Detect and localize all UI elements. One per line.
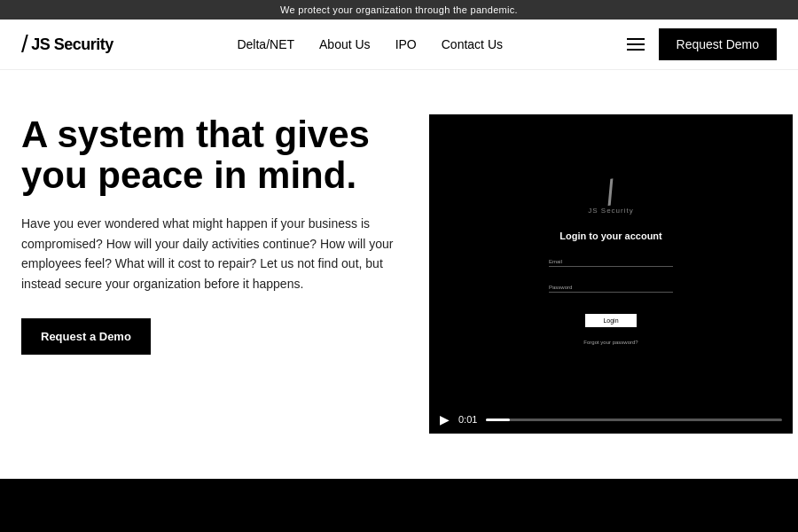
- video-login-title: Login to your account: [559, 231, 662, 241]
- video-password-input-line: [549, 292, 673, 293]
- play-button-icon[interactable]: ▶: [440, 412, 450, 426]
- video-password-field: Password: [549, 285, 673, 301]
- video-forgot-password: Forgot your password?: [583, 340, 638, 345]
- hero-headline: A system that gives you peace in mind.: [21, 114, 403, 196]
- video-logo-slash-icon: /: [603, 174, 619, 210]
- video-email-label: Email: [549, 259, 673, 264]
- nav-link-about-us[interactable]: About Us: [319, 37, 371, 51]
- video-progress-bar[interactable]: [486, 419, 782, 421]
- request-demo-cta-button[interactable]: Request a Demo: [21, 318, 151, 355]
- hamburger-menu-icon[interactable]: [627, 38, 645, 51]
- hamburger-line-1: [627, 38, 645, 40]
- main-content: A system that gives you peace in mind. H…: [0, 70, 798, 434]
- nav-right: Request Demo: [627, 28, 777, 60]
- request-demo-button[interactable]: Request Demo: [659, 28, 777, 60]
- announcement-banner: We protect your organization through the…: [0, 0, 798, 20]
- video-content: / JS Security Login to your account Emai…: [429, 114, 793, 405]
- video-email-input-line: [549, 266, 673, 267]
- video-progress-fill: [486, 419, 510, 421]
- nav-link-ipo[interactable]: IPO: [395, 37, 417, 51]
- nav-link-delta-net[interactable]: Delta/NET: [237, 37, 294, 51]
- hamburger-line-2: [627, 43, 645, 45]
- video-section: / JS Security Login to your account Emai…: [429, 114, 793, 434]
- video-password-label: Password: [549, 285, 673, 290]
- navbar: / JS Security Delta/NET About Us IPO Con…: [0, 20, 798, 70]
- video-email-field: Email: [549, 259, 673, 276]
- nav-links: Delta/NET About Us IPO Contact Us: [237, 36, 503, 52]
- video-player: / JS Security Login to your account Emai…: [429, 114, 793, 434]
- nav-item-contact-us[interactable]: Contact Us: [442, 36, 503, 52]
- hamburger-line-3: [627, 49, 645, 51]
- video-controls: ▶ 0:01: [429, 405, 793, 434]
- hero-section: A system that gives you peace in mind. H…: [21, 114, 403, 355]
- logo-slash-icon: /: [21, 32, 27, 57]
- video-logo: / JS Security: [588, 175, 633, 215]
- logo-text: JS Security: [31, 35, 113, 54]
- nav-item-about-us[interactable]: About Us: [319, 36, 371, 52]
- bottom-footer-bar: [0, 479, 798, 532]
- nav-link-contact-us[interactable]: Contact Us: [442, 37, 503, 51]
- nav-item-ipo[interactable]: IPO: [395, 36, 417, 52]
- video-login-preview: / JS Security Login to your account Emai…: [429, 114, 793, 405]
- video-login-button: Login: [585, 314, 636, 327]
- banner-text: We protect your organization through the…: [280, 4, 518, 15]
- logo[interactable]: / JS Security: [21, 32, 113, 57]
- video-time: 0:01: [458, 414, 477, 425]
- nav-item-delta-net[interactable]: Delta/NET: [237, 36, 294, 52]
- hero-description: Have you ever wondered what might happen…: [21, 214, 403, 293]
